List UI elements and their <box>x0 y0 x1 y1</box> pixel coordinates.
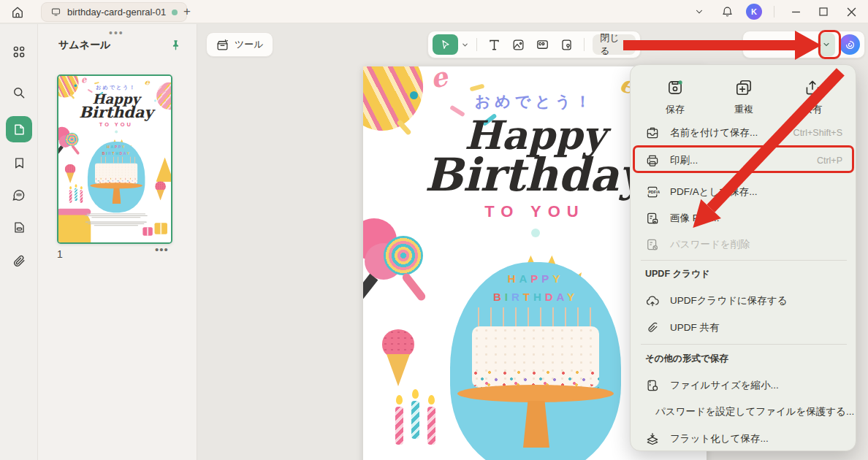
sidebar-item-clip[interactable] <box>6 248 32 274</box>
cake-stand-stem <box>112 188 121 204</box>
menu-item-flatten-save[interactable]: フラット化して保存... <box>636 426 851 452</box>
candle-flame <box>428 395 435 405</box>
toolbar-divider <box>476 38 477 51</box>
candle-flame <box>75 184 77 187</box>
app-window: birthday-card-genral-01 + K <box>0 0 868 460</box>
sidebar-item-bookmarks[interactable] <box>6 150 32 176</box>
menu-quick-save[interactable]: 保存 <box>644 74 707 116</box>
flatten-layers-icon <box>645 432 660 446</box>
menu-section-cloud: UPDF クラウド <box>645 268 710 280</box>
menu-item-save-as[interactable]: 名前を付けて保存... Ctrl+Shift+S <box>636 120 851 146</box>
ai-swirl-icon <box>844 39 856 51</box>
menu-item-protect-with-password[interactable]: パスワードを設定してファイルを保護する... <box>636 399 851 425</box>
pin-panel-button[interactable] <box>167 37 183 53</box>
select-tool-chevron[interactable] <box>460 41 471 49</box>
page-pin-icon <box>560 38 574 52</box>
thumbnail-more-button[interactable]: ••• <box>155 243 169 256</box>
menu-item-label: UPDF 共有 <box>670 321 842 334</box>
remove-password-icon <box>645 237 660 252</box>
menu-item-reduce-file-size[interactable]: ファイルサイズを縮小... <box>636 372 851 399</box>
notifications-button[interactable] <box>718 3 736 20</box>
confetti-squiggle: e <box>427 66 450 94</box>
panel-drag-handle[interactable]: ••• <box>109 27 124 39</box>
cake-photo: HAPPYBIRTHDAY <box>450 262 621 460</box>
page-marker-tool-button[interactable] <box>555 34 579 55</box>
candle-flame <box>396 395 403 405</box>
window-menu-chevron[interactable] <box>690 3 708 20</box>
cake-stand-stem <box>523 401 549 448</box>
document-tab[interactable]: birthday-card-genral-01 <box>41 2 187 22</box>
party-hat-decoration <box>156 157 172 182</box>
left-sidebar <box>0 24 38 460</box>
sidebar-item-attachments[interactable] <box>6 214 32 240</box>
menu-item-label: 名前を付けて保存... <box>670 126 783 139</box>
gift-box-decoration <box>142 227 152 235</box>
paperclip-icon <box>12 254 26 268</box>
new-tab-button[interactable]: + <box>180 4 194 19</box>
lollipop-swirl <box>65 133 78 146</box>
menu-item-image-pdf[interactable]: 画像 PDF... <box>636 205 851 231</box>
link-tool-button[interactable] <box>530 34 555 55</box>
pdfa-icon: PDF/A <box>645 185 660 199</box>
image-pdf-icon <box>645 211 660 226</box>
image-tool-button[interactable] <box>506 34 530 55</box>
menu-item-remove-password: パスワードを削除 <box>636 231 851 258</box>
tools-button[interactable]: ツール <box>206 32 273 57</box>
candle <box>75 188 77 201</box>
page-icon <box>12 123 26 137</box>
svg-text:PDF/A: PDF/A <box>648 190 660 194</box>
compress-file-icon <box>645 378 660 393</box>
home-icon <box>10 5 25 20</box>
file-icon <box>12 221 26 234</box>
sidebar-item-grid[interactable] <box>6 39 32 65</box>
annotation-arrow-dropdown <box>623 40 795 50</box>
menu-item-label: パスワードを設定してファイルを保護する... <box>655 405 854 418</box>
tools-button-label: ツール <box>235 38 264 51</box>
cake-plate <box>90 183 142 188</box>
avatar[interactable]: K <box>746 4 762 20</box>
chevron-down-icon <box>461 41 469 49</box>
unsaved-dot <box>172 9 178 15</box>
candle-flame <box>69 186 72 189</box>
quick-duplicate-label: 重複 <box>734 103 753 116</box>
thumbnail-page-holder[interactable]: e e おめでとう！ Happy Birthday TO YOU HAPPYBI… <box>57 74 172 244</box>
minimize-button[interactable] <box>785 1 807 22</box>
menu-item-save-to-cloud[interactable]: UPDFクラウドに保存する <box>636 288 851 314</box>
candle <box>69 190 72 202</box>
card-title-line2: Birthday <box>58 104 172 121</box>
menu-item-updf-share[interactable]: UPDF 共有 <box>636 315 851 341</box>
text-tool-button[interactable] <box>482 34 506 55</box>
sidebar-item-search[interactable] <box>6 80 32 106</box>
pin-icon <box>170 39 182 51</box>
titlebar-divider <box>774 6 774 18</box>
grid-icon <box>12 45 26 59</box>
maximize-button[interactable] <box>812 1 834 22</box>
menu-divider <box>641 344 847 345</box>
menu-item-label: ファイルサイズを縮小... <box>670 379 842 392</box>
sidebar-item-thumbnails[interactable] <box>6 116 32 142</box>
select-tool-button[interactable] <box>433 34 458 55</box>
bell-icon <box>721 6 734 18</box>
confetti-dot <box>115 130 118 133</box>
cake-photo: HAPPYBIRTHDAY <box>88 142 145 212</box>
image-icon <box>511 38 525 52</box>
close-window-button[interactable] <box>840 1 862 22</box>
menu-quick-duplicate[interactable]: 重複 <box>712 74 775 116</box>
home-button[interactable] <box>9 4 26 21</box>
save-icon <box>666 78 685 97</box>
menu-item-save-as-pdfa[interactable]: PDF/A PDF/Aとして保存... <box>636 179 851 205</box>
ai-assistant-button[interactable] <box>840 34 860 55</box>
search-icon <box>12 85 26 100</box>
icecream-decoration-right <box>155 181 166 201</box>
annotation-box-dropdown <box>818 30 841 59</box>
close-icon <box>847 7 856 17</box>
comment-icon <box>12 188 26 202</box>
card-body-text-placeholder <box>84 214 148 227</box>
sidebar-item-comments[interactable] <box>6 182 32 208</box>
menu-section-other-formats: その他の形式で保存 <box>645 353 728 365</box>
candle-flame <box>412 389 419 399</box>
document-tab-title: birthday-card-genral-01 <box>67 7 166 18</box>
thumbnail-panel: ••• サムネール e e おめでとう！ Happy Birthday TO Y… <box>38 24 197 460</box>
text-icon <box>487 38 501 52</box>
link-card-icon <box>536 38 549 52</box>
